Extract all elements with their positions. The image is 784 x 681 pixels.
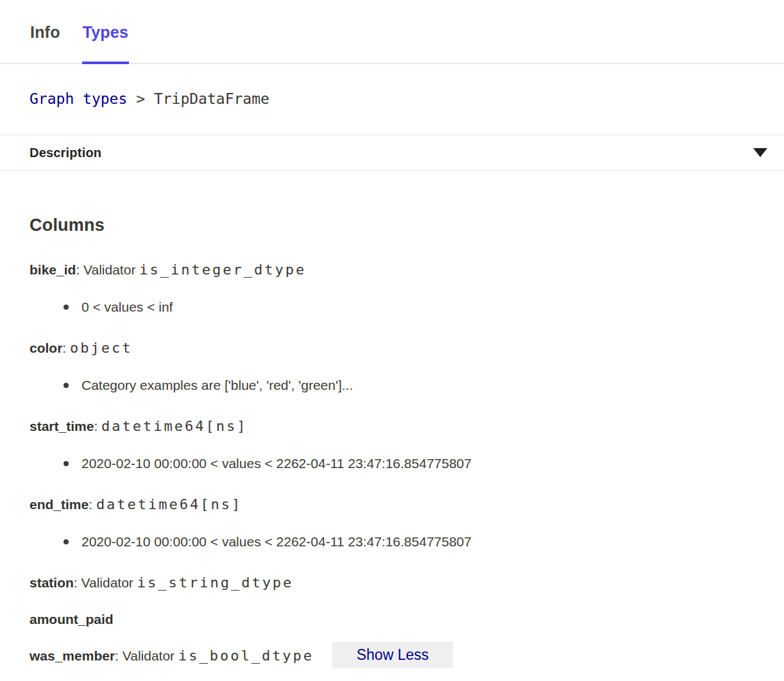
colon-separator: : <box>115 648 123 663</box>
constraint-item: Category examples are ['blue', 'red', 'g… <box>30 376 754 394</box>
constraint-list: Category examples are ['blue', 'red', 'g… <box>30 376 754 394</box>
column-entry: amount_paid <box>30 610 754 628</box>
breadcrumb-current: TripDataFrame <box>154 90 269 107</box>
column-name: color <box>30 340 62 355</box>
caret-down-icon <box>753 148 767 157</box>
colon-separator: : <box>74 575 81 590</box>
tab-info[interactable]: Info <box>30 23 61 63</box>
validator-prefix: Validator <box>123 648 178 663</box>
column-name: station <box>30 575 74 590</box>
dtype-code: is_string_dtype <box>137 575 294 591</box>
show-less-button[interactable]: Show Less <box>332 642 453 668</box>
column-definition: end_time: datetime64[ns] <box>30 496 754 514</box>
colon-separator: : <box>94 419 101 433</box>
tab-types[interactable]: Types <box>82 23 129 63</box>
column-definition: station: Validator is_string_dtype <box>30 574 754 592</box>
description-accordion[interactable]: Description <box>0 135 784 171</box>
column-entry: was_member: Validator is_bool_dtypeShow … <box>30 647 754 665</box>
description-title: Description <box>30 146 101 160</box>
colon-separator: : <box>62 340 70 355</box>
column-name: was_member <box>30 648 115 663</box>
colon-separator: : <box>76 262 83 277</box>
constraint-list: 2020-02-10 00:00:00 < values < 2262-04-1… <box>30 533 754 551</box>
tab-bar: Info Types <box>0 0 784 64</box>
constraint-list: 0 < values < inf <box>30 298 754 316</box>
columns-heading: Columns <box>30 215 754 235</box>
breadcrumb: Graph types > TripDataFrame <box>0 64 784 135</box>
constraint-item: 2020-02-10 00:00:00 < values < 2262-04-1… <box>30 533 754 551</box>
validator-prefix: Validator <box>81 575 137 590</box>
column-entry: station: Validator is_string_dtype <box>30 574 754 592</box>
validator-prefix: Validator <box>83 262 139 277</box>
column-definition: start_time: datetime64[ns] <box>30 417 754 435</box>
dtype-code: datetime64[ns] <box>101 418 247 434</box>
column-entry: color: objectCategory examples are ['blu… <box>30 339 754 394</box>
constraint-list: 2020-02-10 00:00:00 < values < 2262-04-1… <box>30 455 754 473</box>
column-definition: bike_id: Validator is_integer_dtype <box>30 261 754 279</box>
dtype-code: is_bool_dtype <box>178 648 314 664</box>
columns-section: Columns bike_id: Validator is_integer_dt… <box>0 215 784 665</box>
dtype-code: datetime64[ns] <box>96 496 242 512</box>
column-entry: end_time: datetime64[ns]2020-02-10 00:00… <box>30 496 754 551</box>
dtype-code: is_integer_dtype <box>139 262 306 278</box>
colon-separator: : <box>89 497 96 512</box>
column-name: bike_id <box>30 262 76 277</box>
column-name: amount_paid <box>30 612 114 626</box>
column-entry: start_time: datetime64[ns]2020-02-10 00:… <box>30 417 754 473</box>
columns-list: bike_id: Validator is_integer_dtype0 < v… <box>30 261 754 665</box>
column-entry: bike_id: Validator is_integer_dtype0 < v… <box>30 261 754 316</box>
column-definition: color: object <box>30 339 754 357</box>
constraint-item: 0 < values < inf <box>30 298 754 316</box>
column-definition: amount_paid <box>30 610 754 628</box>
breadcrumb-separator: > <box>127 90 154 107</box>
column-name: start_time <box>30 419 94 433</box>
dtype-code: object <box>70 340 132 356</box>
breadcrumb-link-graph-types[interactable]: Graph types <box>30 90 127 107</box>
constraint-item: 2020-02-10 00:00:00 < values < 2262-04-1… <box>30 455 754 473</box>
column-name: end_time <box>30 497 89 512</box>
